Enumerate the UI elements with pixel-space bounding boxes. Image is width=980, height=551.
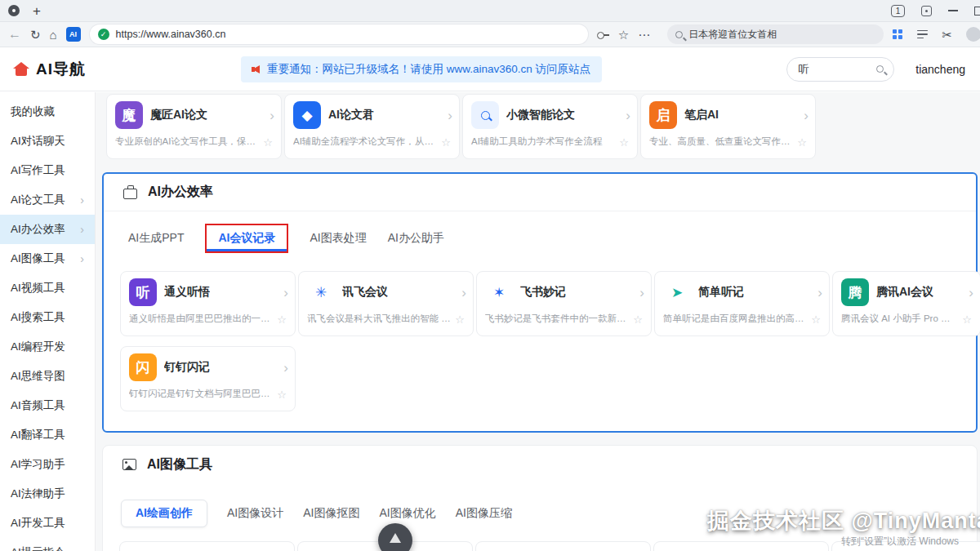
favorite-star-icon[interactable] xyxy=(962,314,972,325)
favorite-star-icon[interactable] xyxy=(633,314,643,325)
sidebar-item-prompt[interactable]: AI提示指令 xyxy=(0,538,95,551)
username[interactable]: tiancheng xyxy=(915,63,965,76)
tool-title: 讯飞会议 xyxy=(342,285,388,300)
tab-ai-ppt[interactable]: AI生成PPT xyxy=(128,231,184,246)
quick-search-box[interactable]: 日本将迎首位女首相 xyxy=(667,24,884,44)
maximize-button[interactable] xyxy=(974,7,980,16)
tab-ai-image-cutout[interactable]: AI图像抠图 xyxy=(303,506,359,521)
tool-desc: 专业原创的AI论文写作工具，保证原创 xyxy=(115,136,259,148)
home-button[interactable]: ⌂ xyxy=(50,29,57,41)
tab-ai-image-compress[interactable]: AI图像压缩 xyxy=(456,506,512,521)
tool-desc: 讯飞会议是科大讯飞推出的智能 AI 云会 xyxy=(307,313,451,325)
site-logo-text: AI导航 xyxy=(36,59,86,80)
tool-icon: ➤ xyxy=(663,278,691,306)
tab-ai-office-assistant[interactable]: AI办公助手 xyxy=(388,231,444,246)
tool-card[interactable] xyxy=(475,541,651,551)
sidebar-item-mindmap[interactable]: AI思维导图 xyxy=(0,362,95,391)
sidebar-item-writing[interactable]: AI写作工具 xyxy=(0,156,95,185)
sidebar-item-paper[interactable]: AI论文工具› xyxy=(0,185,95,215)
profile-avatar[interactable] xyxy=(966,27,980,42)
tool-card[interactable]: ➤ 简单听记 简单听记是由百度网盘推出的高效自动 xyxy=(654,271,830,336)
chevron-right-icon xyxy=(283,285,288,301)
sidebar-item-audio[interactable]: AI音频工具 xyxy=(0,391,95,420)
tool-card[interactable]: 魔 魔匠AI论文 专业原创的AI论文写作工具，保证原创 xyxy=(106,94,282,159)
search-icon[interactable] xyxy=(876,65,884,73)
bookmark-star-icon[interactable]: ☆ xyxy=(618,29,629,41)
new-tab-button[interactable]: + xyxy=(33,4,41,18)
tool-title: 简单听记 xyxy=(698,285,744,300)
tab-counter[interactable]: 1 xyxy=(891,5,905,17)
tab-ai-image-enhance[interactable]: AI图像优化 xyxy=(379,506,435,521)
tool-title: 飞书妙记 xyxy=(520,285,566,300)
sidebar-item-label: AI写作工具 xyxy=(11,163,65,178)
sidebar-item-favorites[interactable]: 我的收藏 xyxy=(0,97,95,127)
sidebar-item-office[interactable]: AI办公效率› xyxy=(0,215,95,244)
password-key-icon[interactable] xyxy=(597,31,609,38)
sidebar-item-chat[interactable]: AI对话聊天 xyxy=(0,127,95,156)
tool-card[interactable]: 腾 腾讯AI会议 腾讯会议 AI 小助手 Pro 是腾讯基于最新 xyxy=(832,271,980,336)
refresh-button[interactable]: ↻ xyxy=(30,29,41,41)
site-logo[interactable]: AI导航 xyxy=(13,59,86,80)
tool-icon: 听 xyxy=(129,278,157,306)
screenshot-scissors-icon[interactable]: ✂ xyxy=(942,29,952,41)
favorite-star-icon[interactable] xyxy=(277,314,287,325)
tool-icon: ◆ xyxy=(293,101,321,129)
security-shield-icon[interactable]: ✓ xyxy=(98,29,109,40)
sidebar-item-label: AI编程开发 xyxy=(11,340,65,354)
sidebar-item-label: AI提示指令 xyxy=(11,545,65,551)
tool-card[interactable]: ✳ 讯飞会议 讯飞会议是科大讯飞推出的智能 AI 云会 xyxy=(298,271,474,336)
office-section-title: AI办公效率 xyxy=(148,184,213,201)
favorite-star-icon[interactable] xyxy=(619,137,629,148)
browser-tabs-menu-icon[interactable] xyxy=(8,5,20,16)
tool-card[interactable] xyxy=(119,541,295,551)
sidebar-item-legal[interactable]: AI法律助手 xyxy=(0,479,95,509)
tool-card[interactable]: 启 笔启AI 专业、高质量、低查重论文写作助手 xyxy=(640,94,816,159)
sidebar-item-label: AI办公效率 xyxy=(11,222,65,237)
apps-grid-icon[interactable] xyxy=(893,29,903,40)
sidebar: 我的收藏 AI对话聊天 AI写作工具 AI论文工具› AI办公效率› AI图像工… xyxy=(0,92,96,551)
tab-ai-image-design[interactable]: AI图像设计 xyxy=(227,506,283,521)
sidebar-item-label: AI音频工具 xyxy=(11,398,65,413)
browser-extension-icon[interactable] xyxy=(921,6,932,16)
floating-action-button[interactable] xyxy=(378,523,412,551)
favorite-star-icon[interactable] xyxy=(277,389,287,400)
tab-ai-meeting-notes[interactable]: AI会议记录 xyxy=(205,224,288,253)
magnifier-icon xyxy=(481,111,490,120)
favorite-star-icon[interactable] xyxy=(263,137,273,148)
sidebar-item-learning[interactable]: AI学习助手 xyxy=(0,450,95,479)
address-bar[interactable]: ✓ https://www.ainav360.cn xyxy=(90,24,588,44)
tool-card[interactable]: 听 通义听悟 通义听悟是由阿里巴巴推出的一款专业 xyxy=(120,271,296,336)
tool-card[interactable]: ◆ AI论文君 AI辅助全流程学术论文写作，从选题到 xyxy=(284,94,460,159)
tab-ai-painting[interactable]: AI绘画创作 xyxy=(121,500,207,527)
tool-desc: 钉钉闪记是钉钉文档与阿里巴巴达摩院 xyxy=(129,388,273,400)
chevron-right-icon xyxy=(817,285,822,301)
favorite-star-icon[interactable] xyxy=(811,314,821,325)
sidebar-item-image[interactable]: AI图像工具› xyxy=(0,244,95,273)
tab-ai-chart[interactable]: AI图表处理 xyxy=(310,231,366,246)
site-favicon[interactable]: AI xyxy=(66,27,81,42)
sidebar-item-coding[interactable]: AI编程开发 xyxy=(0,332,95,362)
minimize-button[interactable] xyxy=(948,10,958,11)
tool-card[interactable]: 小微智能论文 AI辅助工具助力学术写作全流程 xyxy=(462,94,638,159)
tool-title: 腾讯AI会议 xyxy=(876,285,933,300)
sidebar-item-dev[interactable]: AI开发工具 xyxy=(0,509,95,538)
tool-card[interactable]: ✶ 飞书妙记 飞书妙记是飞书套件中的一款新一代智 xyxy=(476,271,652,336)
favorites-list-icon[interactable] xyxy=(917,30,928,39)
tool-card[interactable] xyxy=(653,541,829,551)
chevron-right-icon: › xyxy=(80,223,84,236)
favorite-star-icon[interactable] xyxy=(797,137,807,148)
tool-card[interactable]: 闪 钉钉闪记 钉钉闪记是钉钉文档与阿里巴巴达摩院 xyxy=(120,346,296,411)
screen: + 1 ← ↻ ⌂ AI ✓ https://www.ainav360.cn ☆… xyxy=(0,0,980,551)
watermark: 掘金技术社区 @TinyManta xyxy=(707,506,980,535)
sidebar-item-video[interactable]: AI视频工具 xyxy=(0,273,95,303)
more-options-icon[interactable]: ⋯ xyxy=(638,29,650,41)
magnifier-icon xyxy=(471,101,499,129)
page-body: 我的收藏 AI对话聊天 AI写作工具 AI论文工具› AI办公效率› AI图像工… xyxy=(0,92,980,551)
favorite-star-icon[interactable] xyxy=(455,314,465,325)
sidebar-item-search[interactable]: AI搜索工具 xyxy=(0,303,95,332)
sidebar-item-translate[interactable]: AI翻译工具 xyxy=(0,420,95,450)
tool-desc: AI辅助工具助力学术写作全流程 xyxy=(471,136,615,148)
sidebar-item-label: AI图像工具 xyxy=(11,251,65,266)
back-button[interactable]: ← xyxy=(8,28,21,41)
favorite-star-icon[interactable] xyxy=(441,137,451,148)
